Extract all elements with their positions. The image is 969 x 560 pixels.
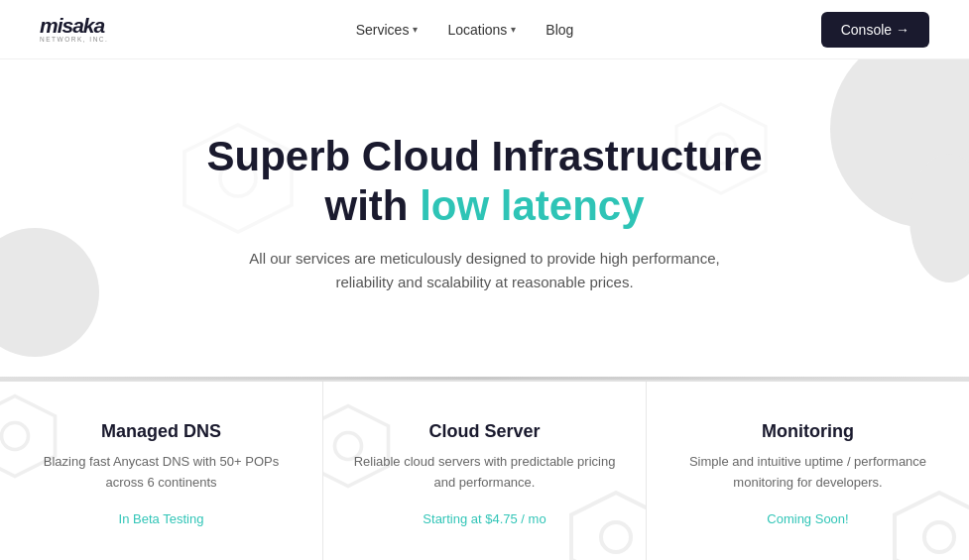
card-dns-desc: Blazing fast Anycast DNS with 50+ POPs a… (30, 452, 293, 494)
card-monitoring-title: Monitoring (676, 421, 939, 442)
nav-locations[interactable]: Locations ▾ (447, 22, 516, 38)
console-button[interactable]: Console → (821, 12, 929, 48)
brand-name: misaka (40, 15, 108, 36)
svg-point-11 (924, 522, 954, 552)
svg-point-7 (601, 522, 631, 552)
card-server-cta[interactable]: Starting at $4.75 / mo (423, 511, 545, 526)
card-dns-title: Managed DNS (30, 421, 293, 442)
hero-accent-text: low latency (420, 182, 644, 229)
nav-services[interactable]: Services ▾ (356, 22, 419, 38)
hero-section: Superb Cloud Infrastructure with low lat… (0, 59, 969, 377)
navbar: misaka NETWORK, INC. Services ▾ Location… (0, 0, 969, 59)
hero-subtitle: All our services are meticulously design… (227, 247, 743, 294)
hex-watermark-monitoring (890, 488, 969, 560)
svg-point-9 (335, 433, 362, 460)
chevron-down-icon: ▾ (511, 24, 516, 35)
cards-section: Managed DNS Blazing fast Anycast DNS wit… (0, 380, 969, 560)
chevron-down-icon: ▾ (413, 24, 418, 35)
hex-watermark-dns (0, 392, 60, 481)
logo[interactable]: misaka NETWORK, INC. (40, 15, 108, 44)
hero-title: Superb Cloud Infrastructure with low lat… (206, 132, 762, 232)
card-monitoring-cta[interactable]: Coming Soon! (767, 511, 848, 526)
card-managed-dns: Managed DNS Blazing fast Anycast DNS wit… (0, 382, 323, 560)
nav-blog[interactable]: Blog (545, 22, 573, 38)
decorative-circle-bottom-left (0, 228, 99, 357)
card-monitoring: Monitoring Simple and intuitive uptime /… (647, 382, 969, 560)
hex-watermark-server-left (323, 401, 393, 491)
nav-links: Services ▾ Locations ▾ Blog (356, 22, 574, 38)
hero-content: Superb Cloud Infrastructure with low lat… (206, 132, 762, 295)
card-dns-cta[interactable]: In Beta Testing (119, 511, 204, 526)
hex-watermark-server (566, 488, 647, 560)
card-cloud-server: Cloud Server Reliable cloud servers with… (323, 382, 647, 560)
svg-point-5 (2, 423, 29, 450)
brand-tagline: NETWORK, INC. (40, 37, 108, 44)
